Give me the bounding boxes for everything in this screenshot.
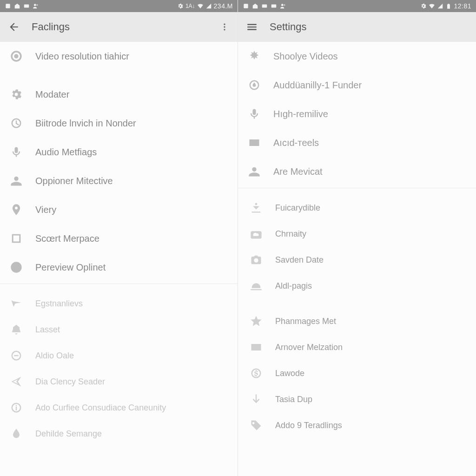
- status-icon: [23, 3, 30, 9]
- list-item[interactable]: Tasia Dup: [238, 386, 476, 412]
- list-item[interactable]: Egstnanlievs: [0, 291, 238, 317]
- drop-icon: [9, 427, 23, 441]
- list-item[interactable]: Lawode: [238, 360, 476, 386]
- svg-point-11: [284, 4, 285, 6]
- list-item-label: Oppioner Mitective: [35, 176, 113, 186]
- back-button[interactable]: [7, 20, 20, 33]
- list-item[interactable]: Shoolye Videos: [238, 42, 476, 71]
- list-item[interactable]: Auddüanilly-1 Funder: [238, 71, 476, 99]
- svg-point-5: [34, 4, 36, 6]
- status-icon: [14, 3, 20, 9]
- list-item[interactable]: Savden Date: [238, 247, 476, 273]
- status-icon: [33, 3, 39, 9]
- list-item-label: Are Mevicat: [273, 166, 323, 177]
- bolt-icon: [9, 260, 23, 274]
- list-item[interactable]: Audio Metfiags: [0, 138, 238, 166]
- target-icon: [9, 49, 23, 63]
- list-item-label: Dia Clency Seader: [35, 377, 105, 387]
- list-item[interactable]: Scœrt Merpace: [0, 224, 238, 253]
- download-dot-icon: [249, 201, 263, 215]
- list-item-label: Egstnanlievs: [35, 299, 83, 309]
- status-time: 12:81: [454, 2, 471, 10]
- rect-icon: [249, 340, 263, 354]
- camera-icon: [249, 253, 263, 267]
- settings-status-icon: [420, 3, 427, 9]
- list-item-label: Tasia Dup: [275, 395, 312, 404]
- settings-status-icon: [177, 3, 184, 9]
- list-item[interactable]: Are Mevicat: [238, 157, 476, 186]
- person-icon: [9, 174, 23, 188]
- list-item[interactable]: Biitrode lnvich in Nonder: [0, 109, 238, 138]
- list-item-label: Aldio Oale: [35, 351, 74, 361]
- flame-icon: [247, 78, 261, 92]
- gear-icon: [9, 87, 23, 101]
- list-item[interactable]: Oppioner Mitective: [0, 166, 238, 195]
- send-icon: [9, 375, 23, 389]
- status-right-icons: 1A↓ 234.M: [177, 2, 233, 10]
- list-item-label: Fuicarydible: [275, 203, 320, 213]
- svg-rect-8: [262, 5, 267, 8]
- mic-icon: [9, 145, 23, 159]
- status-bar-right: 12:81: [238, 0, 476, 12]
- pin-icon: [9, 203, 23, 217]
- snow-icon: [247, 49, 261, 63]
- list-item[interactable]: Phanmages Met: [238, 308, 476, 334]
- cloud-box-icon: [249, 227, 263, 241]
- more-button[interactable]: [219, 21, 230, 33]
- list-item[interactable]: Video resolution tiahicr: [0, 42, 238, 71]
- list-item[interactable]: Fuicarydible: [238, 195, 476, 221]
- bell-icon: [9, 323, 23, 337]
- status-icon: [261, 3, 268, 9]
- list-item-label: Shoolye Videos: [273, 51, 338, 62]
- list-item[interactable]: Modater: [0, 80, 238, 109]
- list-item-label: Chrnaity: [275, 229, 306, 239]
- wifi-icon: [197, 3, 204, 9]
- status-right-icons: 12:81: [420, 2, 471, 10]
- list-item[interactable]: Aldl-pagis: [238, 273, 476, 299]
- status-icon: [243, 3, 249, 9]
- rect-icon: [247, 136, 261, 150]
- list-item[interactable]: Ado Curfiee Consudiace Caneunity: [0, 395, 238, 421]
- list-item-label: Modater: [35, 89, 69, 100]
- person-icon: [247, 165, 261, 178]
- page-title: Settings: [270, 21, 469, 33]
- mic-icon: [247, 107, 261, 121]
- list-item[interactable]: Lasset: [0, 317, 238, 343]
- list-left: Video resolution tiahicrModaterBiitrode …: [0, 42, 238, 476]
- list-item-label: Addo 9 Teradlings: [275, 421, 342, 430]
- list-item-label: Hıgh-remilive: [273, 109, 328, 119]
- list-item[interactable]: Dia Clency Seader: [0, 369, 238, 395]
- list-item-label: Ado Curfiee Consudiace Caneunity: [35, 403, 166, 413]
- list-item[interactable]: Hıgh-remilive: [238, 99, 476, 128]
- wifi-icon: [429, 3, 435, 9]
- star-icon: [249, 314, 263, 328]
- app-bar-right: Settings: [238, 12, 476, 42]
- list-item-label: Auddüanilly-1 Funder: [273, 80, 362, 91]
- list-item[interactable]: Chrnaity: [238, 221, 476, 247]
- list-item[interactable]: Aldio Oale: [0, 343, 238, 369]
- status-left-icons: [5, 3, 39, 9]
- tag-icon: [249, 418, 263, 432]
- screen-left: 1A↓ 234.M Faclings Video resolution tiah…: [0, 0, 238, 476]
- list-item[interactable]: Pereview Oplinet: [0, 253, 238, 282]
- list-item-label: Arnover Melzation: [275, 343, 343, 352]
- list-item-label: Pereview Oplinet: [35, 262, 106, 273]
- svg-rect-9: [271, 5, 277, 8]
- list-item[interactable]: Arnover Melzation: [238, 334, 476, 360]
- list-item-label: Aldl-pagis: [275, 281, 312, 291]
- status-icon: [252, 3, 258, 9]
- list-item[interactable]: Aıcıd-тeels: [238, 128, 476, 157]
- page-title: Faclings: [32, 21, 208, 33]
- status-net-text: 1A↓: [185, 3, 195, 9]
- svg-rect-7: [244, 4, 248, 8]
- list-item[interactable]: Viery: [0, 195, 238, 224]
- menu-button[interactable]: [245, 20, 258, 33]
- clock-icon: [9, 116, 23, 130]
- status-left-icons: [243, 3, 286, 9]
- list-item-label: Savden Date: [275, 255, 324, 265]
- list-item[interactable]: Dehilde Semange: [0, 421, 238, 447]
- list-item[interactable]: Addo 9 Teradlings: [238, 412, 476, 438]
- signal-icon: [437, 3, 443, 9]
- circle-minus-icon: [9, 349, 23, 363]
- list-item-label: Phanmages Met: [275, 317, 336, 326]
